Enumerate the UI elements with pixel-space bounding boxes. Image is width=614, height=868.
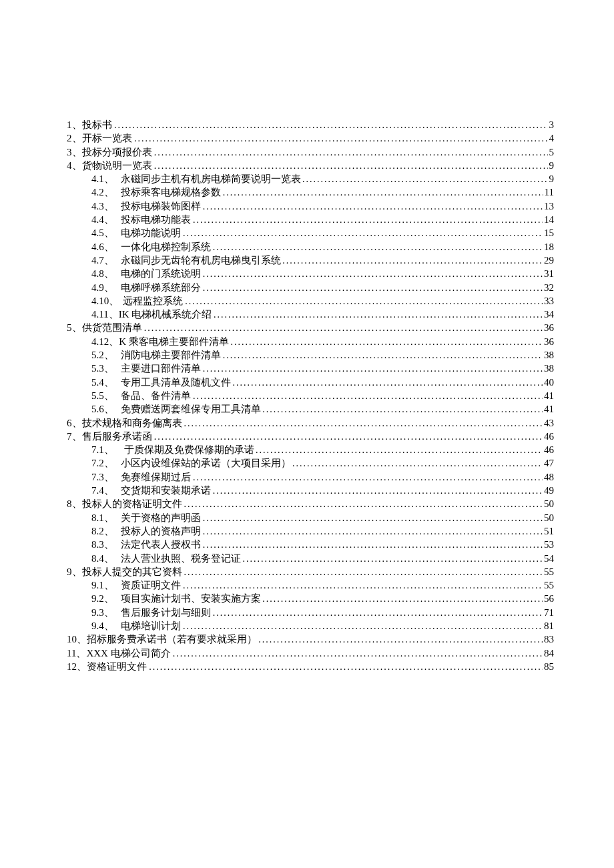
toc-entry: 7.2、小区内设维保站的承诺（大项目采用）47 bbox=[67, 458, 554, 468]
toc-entry: 5、供货范围清单36 bbox=[67, 323, 554, 333]
toc-number: 7.4、 bbox=[91, 486, 121, 496]
toc-number: 5.3、 bbox=[91, 364, 121, 374]
toc-page: 1、投标书32、开标一览表43、投标分项报价表54、货物说明一览表94.1、永磁… bbox=[0, 0, 614, 868]
toc-leader bbox=[154, 432, 543, 442]
toc-entry: 9、投标人提交的其它资料55 bbox=[67, 567, 554, 577]
toc-number: 9、 bbox=[67, 567, 82, 577]
toc-entry: 4、货物说明一览表9 bbox=[67, 161, 554, 171]
toc-entry: 5.5、备品、备件清单41 bbox=[67, 391, 554, 401]
toc-leader bbox=[203, 270, 543, 279]
toc-page-number: 41 bbox=[543, 391, 554, 401]
toc-title: 资质证明文件 bbox=[121, 580, 181, 590]
toc-title: 投标人提交的其它资料 bbox=[82, 567, 182, 577]
toc-page-number: 14 bbox=[543, 215, 554, 225]
toc-leader bbox=[203, 364, 543, 374]
toc-entry: 7.3、免赛维保期过后48 bbox=[67, 472, 554, 482]
toc-number: 6、 bbox=[67, 418, 82, 428]
toc-leader bbox=[184, 500, 543, 509]
toc-page-number: 31 bbox=[543, 269, 554, 279]
toc-title: 投标电梯装饰图样 bbox=[121, 201, 201, 211]
toc-title: 于质保期及免费保修期的承诺 bbox=[114, 445, 254, 455]
toc-leader bbox=[223, 351, 543, 360]
toc-leader bbox=[193, 392, 543, 401]
toc-number: 8.4、 bbox=[91, 554, 121, 564]
toc-page-number: 53 bbox=[543, 540, 554, 550]
toc-title: 投标人的资格证明文件 bbox=[82, 499, 182, 509]
toc-page-number: 3 bbox=[548, 120, 555, 130]
toc-leader bbox=[282, 256, 543, 266]
toc-title: 永磁同步无齿轮有机房电梯曳引系统 bbox=[121, 256, 281, 266]
toc-title: 货物说明一览表 bbox=[82, 161, 152, 171]
toc-number: 7、 bbox=[67, 432, 82, 442]
toc-title: 电梯培训计划 bbox=[121, 621, 181, 631]
toc-page-number: 46 bbox=[543, 445, 554, 455]
toc-title: 电梯的门系统说明 bbox=[121, 269, 201, 279]
toc-page-number: 50 bbox=[543, 513, 554, 523]
toc-number: 4.12、 bbox=[91, 337, 119, 347]
toc-page-number: 47 bbox=[543, 458, 554, 468]
toc-number: 8.2、 bbox=[91, 526, 121, 536]
toc-page-number: 15 bbox=[543, 228, 554, 238]
toc-leader bbox=[183, 622, 543, 631]
toc-number: 5.6、 bbox=[91, 404, 121, 414]
toc-number: 10、 bbox=[67, 634, 87, 644]
toc-number: 8.3、 bbox=[91, 540, 121, 550]
toc-title: 投标乘客电梯规格参数 bbox=[121, 187, 221, 197]
toc-entry: 4.3、投标电梯装饰图样13 bbox=[67, 201, 554, 211]
toc-title: 售后服务计划与细则 bbox=[121, 608, 211, 618]
toc-page-number: 50 bbox=[543, 499, 554, 509]
toc-leader bbox=[242, 554, 543, 564]
toc-leader bbox=[184, 419, 543, 428]
toc-entry: 6、技术规格和商务偏离表43 bbox=[67, 418, 554, 428]
toc-title: 项目实施计划书、安装实施方案 bbox=[121, 594, 261, 604]
toc-number: 8、 bbox=[67, 499, 82, 509]
toc-page-number: 29 bbox=[543, 256, 554, 266]
toc-number: 9.1、 bbox=[91, 580, 121, 590]
toc-entry: 4.8、电梯的门系统说明31 bbox=[67, 269, 554, 279]
toc-leader bbox=[262, 405, 543, 414]
toc-leader bbox=[233, 378, 543, 388]
toc-leader bbox=[114, 121, 547, 130]
toc-title: 关于资格的声明函 bbox=[121, 513, 201, 523]
toc-title: 永磁同步主机有机房电梯简要说明一览表 bbox=[121, 174, 301, 184]
toc-leader bbox=[262, 594, 543, 604]
toc-number: 5.5、 bbox=[91, 391, 121, 401]
toc-entry: 8.3、法定代表人授权书53 bbox=[67, 540, 554, 550]
toc-leader bbox=[203, 284, 543, 293]
toc-title: 供货范围清单 bbox=[82, 323, 142, 333]
toc-number: 4.5、 bbox=[91, 228, 121, 238]
toc-title: IK 电梯机械系统介绍 bbox=[119, 310, 212, 320]
toc-leader bbox=[184, 568, 543, 577]
toc-leader bbox=[193, 215, 543, 225]
toc-page-number: 38 bbox=[543, 364, 554, 374]
toc-number: 4.4、 bbox=[91, 215, 121, 225]
toc-page-number: 46 bbox=[543, 432, 554, 442]
toc-page-number: 36 bbox=[543, 323, 554, 333]
toc-entry: 12、资格证明文件85 bbox=[67, 662, 554, 672]
toc-page-number: 81 bbox=[543, 621, 554, 631]
toc-leader bbox=[230, 338, 543, 347]
toc-number: 9.2、 bbox=[91, 594, 121, 604]
toc-entry: 7.4、交货期和安装期承诺49 bbox=[67, 486, 554, 496]
toc-entry: 9.2、项目实施计划书、安装实施方案56 bbox=[67, 594, 554, 604]
toc-number: 5、 bbox=[67, 323, 82, 333]
toc-page-number: 85 bbox=[543, 662, 554, 672]
toc-leader bbox=[183, 229, 543, 238]
toc-entry: 11、XXX 电梯公司简介84 bbox=[67, 648, 554, 659]
toc-number: 4.6、 bbox=[91, 242, 121, 252]
toc-title: 电梯呼梯系统部分 bbox=[121, 283, 201, 293]
toc-leader bbox=[193, 473, 543, 482]
toc-leader bbox=[154, 161, 548, 171]
toc-page-number: 36 bbox=[543, 337, 554, 347]
toc-page-number: 11 bbox=[543, 187, 554, 197]
toc-number: 7.3、 bbox=[91, 472, 121, 482]
toc-title: 售后服务承诺函 bbox=[82, 432, 152, 442]
toc-page-number: 48 bbox=[543, 472, 554, 482]
toc-entry: 5.6、免费赠送两套维保专用工具清单41 bbox=[67, 404, 554, 414]
toc-entry: 4.10、远程监控系统33 bbox=[67, 296, 554, 306]
toc-leader bbox=[183, 581, 543, 590]
toc-title: 备品、备件清单 bbox=[121, 391, 191, 401]
toc-leader bbox=[203, 514, 543, 523]
toc-entry: 9.3、售后服务计划与细则71 bbox=[67, 608, 554, 618]
toc-page-number: 40 bbox=[543, 378, 554, 388]
